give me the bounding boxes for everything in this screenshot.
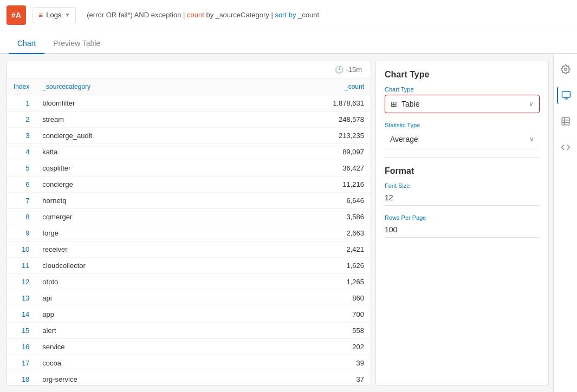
rows-per-page-label: Rows Per Page: [385, 214, 540, 221]
cell-count: 1,626: [232, 258, 371, 274]
font-size-value: 12: [385, 191, 540, 206]
cell-name: concierge: [36, 177, 232, 193]
statistic-type-section: Statistic Type Average ∨: [385, 122, 540, 148]
cell-name: cloudcollector: [36, 258, 232, 274]
cell-count: 11,216: [232, 177, 371, 193]
cell-name: cqmerger: [36, 209, 232, 225]
cell-name: hornetq: [36, 193, 232, 209]
chart-type-section: Chart Type ⊞ Table ∨: [385, 86, 540, 113]
statistic-type-select[interactable]: Average ∨: [385, 130, 540, 148]
table-row: 4 katta 89,097: [7, 144, 371, 160]
cell-count: 202: [232, 339, 371, 355]
cell-count: 2,421: [232, 241, 371, 258]
layers-icon-button[interactable]: [557, 113, 574, 130]
table-header-row: Index _sourcecategory _count: [7, 79, 371, 95]
table-row: 18 org-service 37: [7, 371, 371, 386]
table-row: 13 api 860: [7, 290, 371, 306]
statistic-type-value: Average: [390, 135, 529, 143]
cell-count: 248,578: [232, 112, 371, 128]
clock-icon: 🕐: [335, 66, 343, 74]
cell-index: 8: [7, 209, 36, 225]
monitor-icon-button[interactable]: [557, 87, 574, 104]
table-wrapper[interactable]: Index _sourcecategory _count 1 bloomfilt…: [7, 79, 371, 385]
cell-name: concierge_audit: [36, 128, 232, 144]
cell-count: 860: [232, 290, 371, 306]
right-panel: Chart Type Chart Type ⊞ Table ∨ Statisti…: [375, 61, 549, 386]
table-row: 3 concierge_audit 213,235: [7, 128, 371, 144]
rows-per-page-section: Rows Per Page 100: [385, 214, 540, 238]
table-row: 9 forge 2,663: [7, 225, 371, 241]
cell-count: 89,097: [232, 144, 371, 160]
table-grid-icon: ⊞: [391, 100, 397, 108]
table-row: 1 bloomfilter 1,878,631: [7, 95, 371, 112]
table-row: 6 concierge 11,216: [7, 177, 371, 193]
cell-index: 3: [7, 128, 36, 144]
table-row: 2 stream 248,578: [7, 112, 371, 128]
query-sort-field: _count: [296, 11, 319, 19]
cell-count: 700: [232, 306, 371, 323]
font-size-section: Font Size 12: [385, 182, 540, 206]
cell-index: 9: [7, 225, 36, 241]
tab-preview-table[interactable]: Preview Table: [44, 34, 109, 54]
chevron-down-icon: ▼: [64, 12, 70, 18]
cell-count: 558: [232, 323, 371, 339]
main-content: 🕐 -15m Index _sourcecategory _count 1 bl…: [0, 54, 577, 392]
col-header-sourcecategory: _sourcecategory: [36, 79, 232, 95]
table-row: 17 cocoa 39: [7, 355, 371, 371]
col-header-index: Index: [7, 79, 36, 95]
table-row: 8 cqmerger 3,586: [7, 209, 371, 225]
cell-count: 36,427: [232, 160, 371, 177]
cell-count: 39: [232, 355, 371, 371]
table-body: 1 bloomfilter 1,878,631 2 stream 248,578…: [7, 95, 371, 386]
logs-icon: ≡: [38, 11, 43, 19]
cell-count: 6,646: [232, 193, 371, 209]
cell-count: 2,663: [232, 225, 371, 241]
cell-index: 11: [7, 258, 36, 274]
cell-name: org-service: [36, 371, 232, 386]
svg-rect-4: [562, 117, 569, 125]
cell-index: 2: [7, 112, 36, 128]
time-badge: 🕐 -15m: [335, 66, 362, 74]
query-count-keyword: count: [187, 11, 204, 19]
cell-count: 3,586: [232, 209, 371, 225]
chart-type-value: Table: [401, 100, 529, 108]
table-row: 11 cloudcollector 1,626: [7, 258, 371, 274]
section-divider: [385, 157, 540, 158]
cell-name: app: [36, 306, 232, 323]
cell-index: 15: [7, 323, 36, 339]
cell-index: 6: [7, 177, 36, 193]
table-row: 15 alert 558: [7, 323, 371, 339]
cell-index: 18: [7, 371, 36, 386]
chevron-down-icon: ∨: [529, 100, 534, 108]
query-bar: (error OR fail*) AND exception | count b…: [82, 11, 570, 19]
cell-index: 7: [7, 193, 36, 209]
chart-type-label: Chart Type: [385, 86, 540, 93]
tabs-bar: Chart Preview Table: [0, 30, 577, 54]
code-icon-button[interactable]: [557, 139, 574, 156]
query-text-prefix: (error OR fail*) AND exception |: [87, 11, 187, 19]
cell-count: 1,265: [232, 274, 371, 290]
format-title: Format: [385, 166, 540, 176]
font-size-label: Font Size: [385, 182, 540, 189]
left-panel: 🕐 -15m Index _sourcecategory _count 1 bl…: [7, 61, 371, 386]
data-table: Index _sourcecategory _count 1 bloomfilt…: [7, 79, 371, 385]
query-text-middle: by _sourceCategory |: [204, 11, 275, 19]
logs-dropdown-button[interactable]: ≡ Logs ▼: [33, 7, 76, 23]
cell-index: 4: [7, 144, 36, 160]
cell-index: 17: [7, 355, 36, 371]
query-sort-by: sort by: [275, 11, 296, 19]
settings-icon-button[interactable]: [557, 61, 574, 78]
cell-index: 14: [7, 306, 36, 323]
tab-chart[interactable]: Chart: [9, 34, 44, 54]
statistic-type-label: Statistic Type: [385, 122, 540, 128]
cell-count: 1,878,631: [232, 95, 371, 112]
cell-name: cocoa: [36, 355, 232, 371]
cell-index: 12: [7, 274, 36, 290]
table-row: 7 hornetq 6,646: [7, 193, 371, 209]
cell-name: api: [36, 290, 232, 306]
rows-per-page-value: 100: [385, 223, 540, 238]
table-row: 16 service 202: [7, 339, 371, 355]
icon-rail: [553, 54, 577, 392]
table-row: 14 app 700: [7, 306, 371, 323]
chart-type-select[interactable]: ⊞ Table ∨: [385, 95, 540, 113]
